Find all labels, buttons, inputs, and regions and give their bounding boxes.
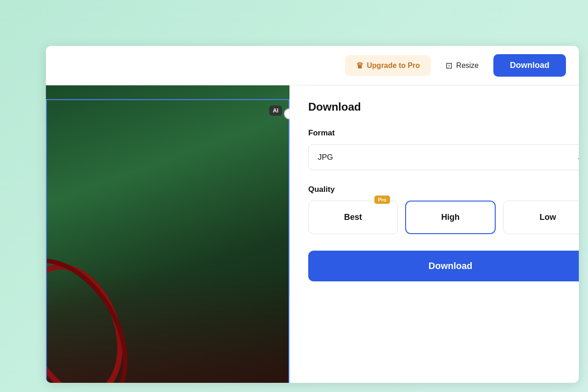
app-container: ♛ Upgrade to Pro ⊡ Resize Download AI [46, 46, 579, 383]
resize-icon: ⊡ [446, 61, 452, 71]
ai-badge: AI [269, 106, 282, 116]
resize-button[interactable]: ⊡ Resize [438, 56, 486, 75]
upgrade-label: Upgrade to Pro [367, 62, 420, 70]
quality-label: Quality [308, 185, 579, 194]
format-label: Format [308, 129, 579, 138]
upgrade-to-pro-button[interactable]: ♛ Upgrade to Pro [345, 55, 431, 76]
quality-high-button[interactable]: High [405, 201, 496, 234]
panel-header: Download × [308, 100, 579, 114]
download-panel: Download × Format JPG PNG WEBP SVG ⌄ [289, 85, 579, 296]
download-header-button[interactable]: Download [493, 54, 566, 77]
toolbar: ♛ Upgrade to Pro ⊡ Resize Download [46, 46, 579, 85]
resize-label: Resize [456, 62, 479, 70]
panel-title: Download [308, 101, 361, 113]
quality-section: Quality Pro Best High Low [308, 185, 579, 234]
quality-high-label: High [441, 213, 460, 222]
canvas-area: AI [46, 85, 289, 383]
quality-best-label: Best [344, 213, 362, 222]
quality-best-button[interactable]: Pro Best [308, 201, 398, 234]
crown-icon: ♛ [356, 61, 363, 71]
selection-border [46, 99, 289, 383]
pro-badge: Pro [374, 196, 390, 204]
format-section: Format JPG PNG WEBP SVG ⌄ [308, 129, 579, 170]
download-action-label: Download [429, 261, 473, 271]
quality-options: Pro Best High Low [308, 201, 579, 234]
quality-low-button[interactable]: Low [503, 201, 579, 234]
download-action-button[interactable]: Download [308, 251, 579, 281]
main-content: AI Download × Format JPG PNG WEBP S [46, 85, 579, 383]
quality-low-label: Low [540, 213, 556, 222]
format-select[interactable]: JPG PNG WEBP SVG [308, 144, 579, 170]
format-select-wrapper: JPG PNG WEBP SVG ⌄ [308, 144, 579, 170]
download-header-label: Download [510, 61, 549, 70]
